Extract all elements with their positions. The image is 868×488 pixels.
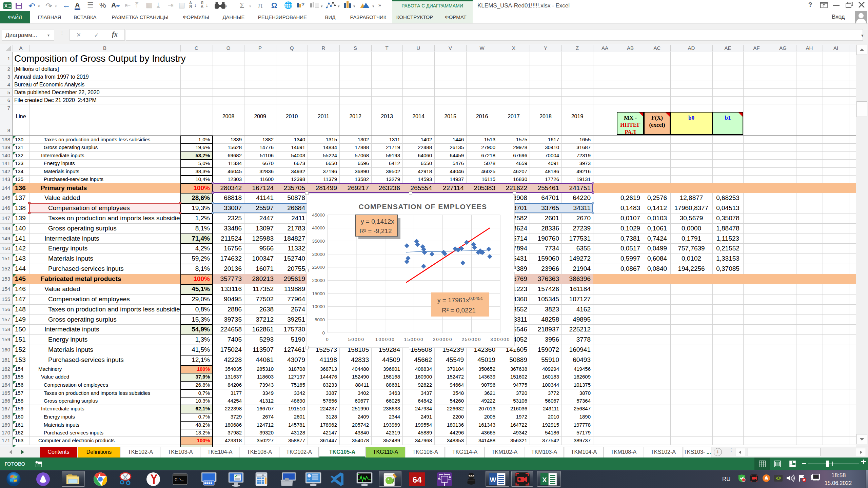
svg-text:40000: 40000: [312, 225, 325, 230]
svg-text:0: 0: [322, 330, 325, 336]
svg-text:100000: 100000: [375, 337, 395, 342]
svg-text:20000: 20000: [312, 278, 325, 283]
svg-text:COMPENSATION OF EMPLOYEES: COMPENSATION OF EMPLOYEES: [359, 203, 487, 210]
svg-text:y = 0,1412x: y = 0,1412x: [361, 218, 394, 225]
svg-text:X: X: [542, 476, 547, 484]
svg-text:15000: 15000: [312, 291, 325, 296]
svg-text:5000: 5000: [315, 317, 325, 322]
svg-text:R² = -9,212: R² = -9,212: [359, 227, 392, 235]
svg-text:150000: 150000: [404, 337, 424, 342]
svg-text:0: 0: [262, 474, 264, 477]
svg-text:300000: 300000: [490, 337, 510, 342]
svg-text:50000: 50000: [348, 337, 365, 342]
svg-text:R² = 0,0221: R² = 0,0221: [442, 307, 476, 314]
svg-text:C:\_: C:\_: [175, 477, 184, 482]
svg-text:30000: 30000: [312, 252, 325, 257]
svg-text:64: 64: [413, 475, 422, 484]
svg-text:25000: 25000: [312, 265, 325, 270]
svg-text:45000: 45000: [312, 212, 325, 218]
svg-text:10000: 10000: [312, 304, 325, 309]
svg-text:W: W: [490, 476, 496, 484]
svg-text:35000: 35000: [312, 239, 325, 244]
svg-text:200000: 200000: [433, 337, 452, 342]
svg-text:0: 0: [326, 337, 329, 342]
svg-text:250000: 250000: [461, 337, 481, 342]
